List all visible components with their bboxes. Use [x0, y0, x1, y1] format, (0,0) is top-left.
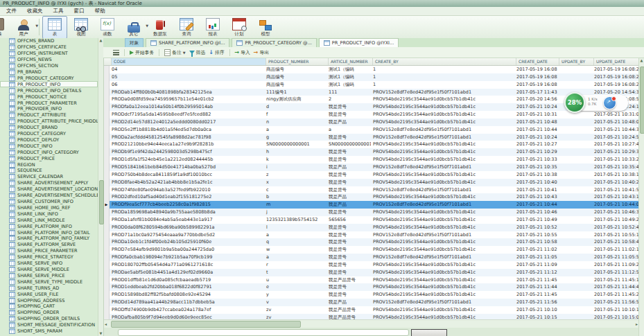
- grid-cell[interactable]: [557, 186, 592, 194]
- grid-cell[interactable]: [557, 216, 592, 224]
- table-row[interactable]: PROD5e2ff1b8818b4d01a5f4ed5d7db0a0caaaPR…: [104, 126, 638, 134]
- scroll-up-icon[interactable]: ▲: [98, 38, 103, 43]
- table-row[interactable]: PRODa1afef81b0084e4ab5a5eab443e1a9171235…: [104, 216, 638, 224]
- grid-cell[interactable]: 2017-05-21 11:12:58: [592, 269, 638, 276]
- grid-cell[interactable]: PROV54bde2195c3544ae91d0bcb57b1db41c: [371, 148, 514, 156]
- 数据泵-toolbar-button[interactable]: 数据泵: [148, 16, 173, 39]
- grid-cell[interactable]: w: [264, 246, 327, 254]
- grid-cell[interactable]: PROD750b4b8deca8411859f1a9df10010bcc: [110, 171, 264, 179]
- sidebar-item-product_category[interactable]: PRODUCT_CATEGORY: [0, 131, 98, 137]
- grid-cell[interactable]: 06: [110, 81, 264, 89]
- grid-cell[interactable]: PRODa0d08fd59ea745959657b11e54e01cb2: [110, 96, 264, 103]
- grid-cell[interactable]: 2017-05-21 10:49:25: [514, 216, 557, 224]
- column-header-product_number[interactable]: PRODUCT_NUMBER: [266, 58, 329, 65]
- 模型-toolbar-button[interactable]: 模型: [253, 16, 278, 39]
- grid-cell[interactable]: PRODa10eb1c1fd4f00eb24b105d25910f60e: [110, 238, 264, 246]
- table-row[interactable]: PROD71a1bc0a9275454eaaa9a770bbdbe5d2a我是货…: [104, 231, 638, 239]
- grid-cell[interactable]: PRODab14ff800b0b4081898bfa28342125ea: [110, 89, 264, 96]
- grid-cell[interactable]: 2017-05-21 10:15:04: [592, 314, 638, 319]
- grid-cell[interactable]: 2017-05-21 10:31:08: [514, 111, 557, 118]
- record-note-field[interactable]: [118, 329, 409, 336]
- grid-cell[interactable]: [557, 201, 592, 209]
- table-row[interactable]: PRODdcf7195a5da14595b8eedf7e5fced882f我是货…: [104, 111, 638, 118]
- grid-cell[interactable]: 2017-05-21 10:44:02: [592, 201, 638, 209]
- table-row[interactable]: PROD0da08f6280594bd69ba90b589982291al我是货…: [104, 224, 638, 231]
- grid-cell[interactable]: 2017-05-21 10:15:01: [514, 314, 557, 319]
- grid-cell[interactable]: PROD74fde80fae094ab3a527fed9fb922010: [110, 186, 264, 194]
- grid-cell[interactable]: [557, 73, 592, 81]
- grid-cell[interactable]: PROV54bde2195c3544ae91d0bcb57b1db41c: [371, 171, 514, 179]
- grid-cell[interactable]: 2017-05-21 11:45:21: [514, 291, 557, 299]
- grid-cell[interactable]: PRODafba805b9f7d94eeb9d0d60e9eec85ec: [110, 314, 264, 319]
- table-row[interactable]: 06商品编号测试1（编码12017-05-19 16:08:212017-05-…: [104, 81, 638, 89]
- grid-cell[interactable]: 2017-05-21 10:49:25: [592, 216, 638, 224]
- grid-cell[interactable]: PROD2d14e57d812e4012a5eddd0080dd0217: [110, 118, 264, 126]
- grid-cell[interactable]: PRODa1859698ab48940a9b755aae5808b8da: [110, 209, 264, 216]
- grid-cell[interactable]: 我是货号: [327, 291, 371, 299]
- grid-cell[interactable]: [557, 314, 592, 319]
- grid-cell[interactable]: PROV152e8df7e8ed42df95e1f50f7101abd1: [371, 201, 514, 209]
- grid-cell[interactable]: 1: [371, 81, 514, 89]
- sidebar-item-shopping_address[interactable]: SHOPPING_ADDRESS: [0, 297, 98, 303]
- import-button[interactable]: → 导入: [235, 49, 250, 56]
- grid-cell[interactable]: [557, 171, 592, 179]
- grid-cell[interactable]: a: [264, 254, 327, 261]
- grid-cell[interactable]: 2017-05-21 10:40:27: [514, 179, 557, 186]
- grid-cell[interactable]: PROV54bde2195c3544ae91d0bcb57b1db41c: [371, 209, 514, 216]
- grid-cell[interactable]: PROV54bde2195c3544ae91d0bcb57b1db41c: [371, 224, 514, 231]
- grid-cell[interactable]: PROV54bde2195c3544ae91d0bcb57b1db41c: [371, 269, 514, 276]
- grid-cell[interactable]: 2017-05-21 11:09:25: [592, 261, 638, 269]
- grid-cell[interactable]: PRODffd74900b9db427ccabea024a178a7ef: [110, 306, 264, 314]
- grid-cell[interactable]: PROD8fae4b4b52a2421ab4bbb8e1b5a2fe1c: [110, 179, 264, 186]
- column-header-article_number[interactable]: ARTICLE_NUMBER: [329, 58, 373, 65]
- table-row[interactable]: PRODd14d789aa41a44b298acc11b7dbbeb5av我是产…: [104, 299, 638, 306]
- grid-cell[interactable]: 2017-05-21 10:55:13: [592, 231, 638, 239]
- tab-pr_product_info[interactable]: PR_PRODUCT_INFO @IYXI...: [319, 38, 399, 47]
- grid-cell[interactable]: 2017-05-19 16:08:21: [514, 81, 557, 89]
- grid-cell[interactable]: 2017-05-21 10:24:51: [592, 134, 638, 141]
- grid-cell[interactable]: f: [264, 111, 327, 118]
- sidebar-item-product_info[interactable]: PRODUCT_INFO: [0, 143, 98, 149]
- memory-percent-ball[interactable]: 28%: [564, 92, 585, 113]
- sidebar-item-pr_provider_info[interactable]: PR_PROVIDER_INFO: [0, 106, 98, 112]
- grid-cell[interactable]: 2017-05-21 10:44:02: [514, 201, 557, 209]
- sidebar-item-share_serve_price[interactable]: SHARE_SERVE_PRICE: [0, 272, 98, 278]
- grid-cell[interactable]: PROV54bde2195c3544ae91d0bcb57b1db41c: [371, 179, 514, 186]
- table-row[interactable]: PROD180702ffb05454d4a771a0961271618cr我是货…: [104, 261, 638, 269]
- grid-cell[interactable]: z: [264, 171, 327, 179]
- table-row[interactable]: PRODafba805b9f7d94eeb9d0d60e9eec85eczv我是…: [104, 314, 638, 319]
- grid-cell[interactable]: PROV54bde2195c3544ae91d0bcb57b1db41c: [371, 314, 514, 319]
- grid-cell[interactable]: 2017-05-21 11:45:11: [592, 276, 638, 284]
- sidebar-item-share_advertisement_apply[interactable]: SHARE_ADVERTISEMENT_APPLY: [0, 180, 98, 186]
- 视图-toolbar-button[interactable]: 视图: [69, 16, 94, 39]
- grid-cell[interactable]: [557, 81, 592, 89]
- grid-cell[interactable]: 2017-05-21 10:29:33: [592, 148, 638, 156]
- table-row[interactable]: PRODa1859698ab48940a9b755aae5808b8daj我是货…: [104, 209, 638, 216]
- grid-cell[interactable]: 2017-05-21 10:24:15: [514, 103, 557, 111]
- grid-cell[interactable]: 2017-05-21 11:02:19: [514, 246, 557, 254]
- grid-cell[interactable]: [557, 141, 592, 148]
- scroll-down-icon[interactable]: ▼: [98, 331, 103, 336]
- grid-cell[interactable]: PROD180702ffb05454d4a771a0961271618c: [110, 261, 264, 269]
- grid-cell[interactable]: 我是产品: [327, 118, 371, 126]
- grid-cell[interactable]: 2017-05-21 10:48:02: [592, 118, 638, 126]
- grid-cell[interactable]: 2017-05-21 10:10:11: [514, 306, 557, 314]
- grid-cell[interactable]: 1: [371, 73, 514, 81]
- tab-share_platform_info[interactable]: SHARE_PLATFORM_INFO @I...: [146, 38, 229, 47]
- 用户-toolbar-button[interactable]: ▼用户: [11, 16, 36, 39]
- grid-cell[interactable]: k: [264, 156, 327, 163]
- grid-cell[interactable]: 我是货号: [327, 156, 371, 163]
- scroll-up-icon[interactable]: ▲: [639, 58, 644, 63]
- grid-cell[interactable]: 2017-05-21 10:38:10: [514, 171, 557, 179]
- grid-cell[interactable]: PROV54bde2195c3544ae91d0bcb57b1db41c: [371, 291, 514, 299]
- grid-cell[interactable]: 我是货号: [327, 148, 371, 156]
- grid-cell[interactable]: 2017-05-21 11:02:19: [592, 246, 638, 254]
- grid-cell[interactable]: PROD1eddbeab2fd20bba018f6822d0f82791: [110, 283, 264, 291]
- table-row[interactable]: 05商品编号测试1（编码12017-05-19 16:08:212017-05-…: [104, 73, 638, 81]
- grid-cell[interactable]: 我是产品货号: [327, 306, 371, 314]
- grid-cell[interactable]: 我是货号: [327, 171, 371, 179]
- grid-cell[interactable]: 我是货号: [327, 179, 371, 186]
- grid-cell[interactable]: [557, 163, 592, 171]
- chevron-down-icon[interactable]: ▼: [35, 24, 38, 28]
- grid-cell[interactable]: PRODfa0cbab198094e7b921b5aa70f9cb199: [110, 254, 264, 261]
